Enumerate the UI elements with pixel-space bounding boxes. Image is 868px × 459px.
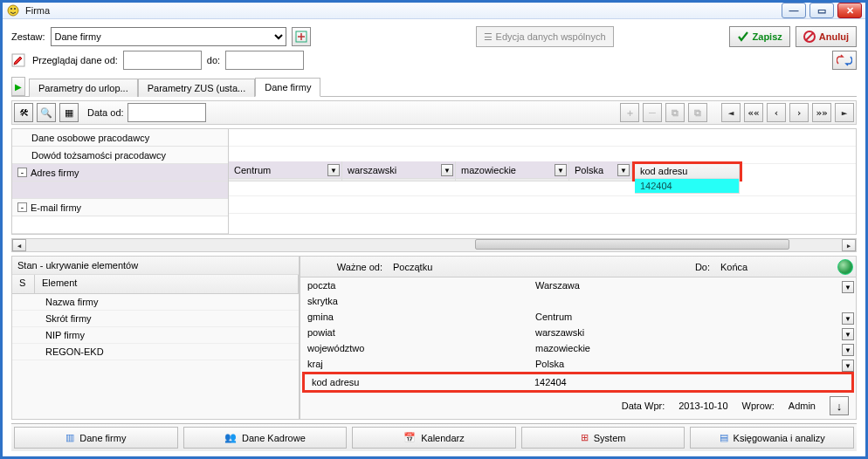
date-to-input[interactable] [225,51,304,70]
add-button[interactable]: ＋ [620,103,639,122]
dropdown-icon[interactable]: ▼ [617,164,630,176]
dropdown-icon[interactable]: ▼ [842,360,854,372]
magnifier-icon: 🔍 [40,107,52,119]
tree-row-dane-osobowe[interactable]: Dane osobowe pracodawcy [12,129,228,147]
grid-button[interactable]: ▦ [59,103,79,122]
dropdown-icon[interactable]: ▼ [842,344,854,356]
kv-key: powiat [300,327,532,338]
save-button[interactable]: Zapisz [729,26,790,47]
nav-first[interactable]: ◄ [721,103,741,122]
data-wpr-label: Data Wpr: [622,401,665,411]
scroll-right[interactable]: ▸ [842,239,856,251]
edit-shared-button[interactable]: ☰ Edycja danych wspólnych [476,26,614,47]
zestaw-select[interactable]: Dane firmy [51,27,286,46]
collapse-icon[interactable]: - [17,202,27,212]
kv-key: województwo [300,343,532,353]
search-button[interactable]: 🔍 [37,103,56,122]
svg-point-2 [14,8,16,10]
dropdown-icon[interactable]: ▼ [327,164,340,176]
col-kod-adresu[interactable]: kod adresu [635,164,740,179]
table-icon: ▤ [720,432,728,443]
down-arrow-button[interactable]: ↓ [830,396,849,415]
bottom-ksiegowania[interactable]: ▤Księgowania i analizy [690,427,854,449]
tree-row-email[interactable]: -E-mail firmy [12,199,228,216]
col-element[interactable]: Element [35,275,299,293]
date-from-input[interactable] [123,51,202,70]
tools-button[interactable]: 🛠 [14,103,33,122]
bottom-dane-firmy[interactable]: ▥Dane firmy [14,427,178,449]
do-value[interactable]: Końca [715,262,837,272]
detail-panel: Ważne od: Początku Do: Końca pocztaWarsz… [300,256,857,420]
tab-dane-firmy[interactable]: Dane firmy [255,78,320,97]
bottom-kalendarz[interactable]: 📅Kalendarz [352,427,516,449]
dropdown-icon[interactable]: ▼ [441,164,453,176]
cell-kraj[interactable]: Polska▼ [569,161,632,179]
grid-icon: ▦ [65,107,73,119]
copy-button[interactable]: ⧉ [665,103,685,122]
cell-wojewodztwo[interactable]: mazowieckie▼ [456,161,569,179]
state-panel-title: Stan - ukrywanie elementów [12,257,299,275]
bottom-label: Księgowania i analizy [734,433,825,443]
cell-gmina[interactable]: Centrum▼ [229,161,342,179]
horizontal-scrollbar[interactable]: ◂ ▸ [11,238,857,252]
close-button[interactable]: ✕ [837,3,862,18]
cancel-button[interactable]: Anuluj [796,26,857,47]
plus-icon: ＋ [625,106,635,120]
minimize-button[interactable]: — [782,3,806,18]
tab-parametry-urlop[interactable]: Parametry do urlop... [29,79,138,97]
state-row[interactable]: NIP firmy [12,327,299,344]
collapse-icon[interactable]: - [17,168,27,177]
kv-wojewodztwo[interactable]: województwomazowieckie▼ [300,340,856,356]
nav-next[interactable]: › [789,103,809,122]
maximize-button[interactable]: ▭ [809,3,834,18]
split-area: Stan - ukrywanie elementów S Element Naz… [11,256,857,420]
kv-powiat[interactable]: powiatwarszawski▼ [300,325,856,340]
zestaw-options-button[interactable] [292,27,311,46]
kv-key: skrytka [300,296,532,306]
state-row[interactable]: Nazwa firmy [12,294,299,311]
run-tab-button[interactable]: ▶ [11,77,25,96]
bottom-system[interactable]: ⊞System [521,427,685,449]
nav-last[interactable]: ► [835,103,854,122]
dropdown-icon[interactable]: ▼ [555,164,567,176]
dropdown-icon[interactable]: ▼ [842,281,854,293]
bottom-dane-kadrowe[interactable]: 👥Dane Kadrowe [183,427,348,449]
state-row[interactable]: Skrót firmy [12,311,299,327]
cancel-label: Anuluj [819,31,849,42]
kv-value: 142404 [534,377,567,387]
minus-icon: ─ [649,107,656,118]
col-s[interactable]: S [12,275,35,293]
cell-powiat[interactable]: warszawski▼ [342,161,456,179]
paste-button[interactable]: ⧉ [688,103,707,122]
cell-kod-adresu[interactable]: 142404 [635,179,740,194]
dropdown-icon[interactable]: ▼ [842,328,854,340]
tab-parametry-zus[interactable]: Parametry ZUS (usta... [138,79,255,97]
state-row[interactable]: REGON-EKD [12,344,299,360]
kv-kraj[interactable]: krajPolska▼ [300,356,856,372]
scroll-thumb[interactable] [475,239,789,250]
kv-skrytka[interactable]: skrytka [300,293,856,309]
wrench-icon: 🛠 [19,107,29,118]
state-panel: Stan - ukrywanie elementów S Element Naz… [11,256,300,420]
tree-row-adres-data[interactable] [12,182,228,199]
tree-label: Dane osobowe pracodawcy [31,133,149,143]
nav-prev[interactable]: ‹ [767,103,786,122]
kv-poczta[interactable]: pocztaWarszawa▼ [300,277,856,293]
dropdown-icon[interactable]: ▼ [842,312,854,325]
kv-kod-adresu[interactable]: kod adresu142404 [305,374,851,390]
tree-row-dowod[interactable]: Dowód tożsamości pracodawcy [12,147,228,164]
remove-button[interactable]: ─ [643,103,662,122]
wazne-od-value[interactable]: Początku [388,262,532,272]
paste-icon: ⧉ [694,107,701,119]
grid-data-row[interactable]: Centrum▼ warszawski▼ mazowieckie▼ Polska… [229,161,856,179]
nav-fastback[interactable]: «« [744,103,763,122]
kv-gmina[interactable]: gminaCentrum▼ [300,309,856,325]
globe-icon[interactable] [837,259,853,275]
scroll-left[interactable]: ◂ [12,239,26,251]
kv-value: warszawski [535,327,584,338]
tree-row-adres-firmy[interactable]: -Adres firmy [12,164,228,182]
data-od-input[interactable] [127,103,206,122]
detail-header: Ważne od: Początku Do: Końca [300,257,856,277]
refresh-button[interactable] [832,51,857,70]
nav-fastfwd[interactable]: »» [812,103,831,122]
